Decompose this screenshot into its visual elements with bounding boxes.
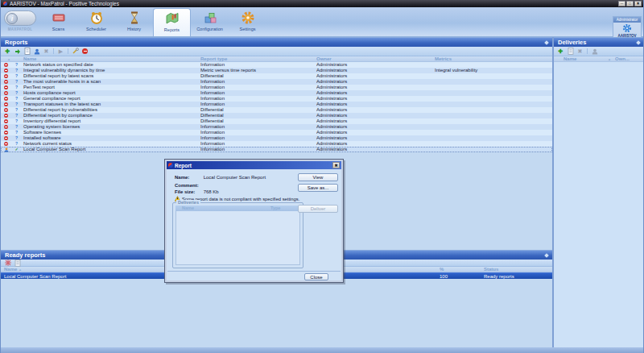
ready-report-properties-icon[interactable] xyxy=(14,260,21,267)
report-template-icon xyxy=(4,63,8,67)
column-name[interactable]: Name xyxy=(562,56,604,61)
stop-icon[interactable] xyxy=(81,48,89,55)
table-row[interactable]: ?General compliance reportInformationAdm… xyxy=(1,96,552,102)
column-owner[interactable]: Owner xyxy=(316,56,435,61)
report-template-icon xyxy=(4,102,8,106)
delete-ready-report-icon[interactable] xyxy=(4,260,11,267)
report-dialog-icon xyxy=(168,163,173,168)
table-row[interactable]: ?Transport statuses in the latest scanIn… xyxy=(1,102,552,107)
scheduler-icon xyxy=(89,10,104,25)
table-row[interactable]: ?Hosts compliance reportInformationAdmin… xyxy=(1,90,552,96)
tab-configuration[interactable]: Configuration xyxy=(191,7,229,36)
report-template-icon xyxy=(4,69,8,73)
tab-settings[interactable]: Settings xyxy=(229,7,266,36)
deliver-button[interactable]: Deliver xyxy=(298,205,338,213)
report-owner: Administrators xyxy=(316,130,435,135)
table-row[interactable]: ?Inventory differential reportDifferenti… xyxy=(1,118,552,124)
reports-toolbar: ✚ ✖ ▶ xyxy=(1,47,552,56)
sort-asc-icon: ▲ xyxy=(19,268,22,272)
table-row[interactable]: ?Differential report by vulnerabilitiesD… xyxy=(1,107,552,113)
table-row[interactable]: ?Integral vulnerability dynamics by time… xyxy=(1,68,552,73)
column-metrics[interactable]: Metrics xyxy=(435,56,552,61)
report-type: Information xyxy=(200,124,316,130)
report-name: Differential report by latest scans xyxy=(22,73,200,79)
report-type: Differential xyxy=(200,73,316,79)
group-title: Deliveries xyxy=(176,200,200,205)
app-window: AARISTOV - MaxPatrol - Positive Technolo… xyxy=(0,0,644,353)
table-row[interactable]: ?Installed softwareInformationAdministra… xyxy=(1,135,552,141)
tab-scans[interactable]: Scans xyxy=(39,7,77,36)
configuration-icon xyxy=(203,10,217,25)
question-icon: ? xyxy=(11,73,22,79)
report-template-icon xyxy=(4,114,8,118)
tab-label: Scans xyxy=(52,27,64,31)
report-type: Differential xyxy=(200,113,316,118)
column-owner[interactable]: Own... xyxy=(615,56,644,61)
window-title: AARISTOV - MaxPatrol - Positive Technolo… xyxy=(10,0,119,7)
minimize-icon[interactable]: ─ xyxy=(618,1,625,6)
delete-report-icon[interactable]: ✖ xyxy=(43,48,50,55)
tab-reports[interactable]: Reports xyxy=(153,8,191,36)
report-type: Information xyxy=(200,79,316,85)
deliveries-panel-header: Deliveries xyxy=(554,37,644,47)
table-row[interactable]: ?The most vulnerable hosts in a scanInfo… xyxy=(1,79,552,85)
column-status[interactable]: Status xyxy=(484,267,552,272)
table-row[interactable]: ?Operating system licensesInformationAdm… xyxy=(1,124,552,130)
pin-icon[interactable] xyxy=(544,40,549,45)
report-owner: Administrators xyxy=(316,90,435,96)
table-row[interactable]: ?PenTest reportInformationAdministrators xyxy=(1,85,552,90)
report-settings-icon[interactable] xyxy=(72,48,79,55)
report-owner: Administrators xyxy=(316,85,435,90)
report-owner: Administrators xyxy=(316,62,435,68)
report-owner: Administrators xyxy=(316,102,435,107)
report-template-icon xyxy=(4,125,8,129)
column-name[interactable]: Name xyxy=(22,56,200,61)
report-dialog: Report ✖ Name: Local Computer Scan Repor… xyxy=(164,159,344,283)
dialog-titlebar[interactable]: Report ✖ xyxy=(167,161,341,169)
column-type: Type xyxy=(270,206,300,211)
tab-history[interactable]: History xyxy=(115,7,153,36)
report-owner: Administrators xyxy=(316,141,435,147)
table-row[interactable]: ?Network status on specified dateInforma… xyxy=(1,62,552,68)
table-row[interactable]: ?Network current statusInformationAdmini… xyxy=(1,141,552,147)
tab-label: Settings xyxy=(240,27,256,31)
maximize-icon[interactable]: □ xyxy=(626,1,634,6)
scans-icon xyxy=(52,10,66,25)
generate-report-icon[interactable]: ▶ xyxy=(57,48,64,55)
table-row[interactable]: ?Differential report by complianceDiffer… xyxy=(1,113,552,118)
report-name: Operating system licenses xyxy=(22,124,200,130)
tab-label: History xyxy=(127,27,141,31)
delivery-owner-icon[interactable] xyxy=(591,48,598,55)
table-row[interactable]: ?Software licensesInformationAdministrat… xyxy=(1,130,552,135)
report-template-icon xyxy=(4,85,8,89)
add-from-template-icon[interactable] xyxy=(14,48,21,55)
deliveries-empty-list xyxy=(554,62,644,347)
pin-icon[interactable] xyxy=(544,253,549,258)
report-owner: Administrators xyxy=(316,79,435,85)
column-report-type[interactable]: Report type xyxy=(200,56,316,61)
close-button[interactable]: Close xyxy=(304,273,328,280)
pin-icon[interactable] xyxy=(636,40,641,45)
add-delivery-icon[interactable]: ✚ xyxy=(557,48,564,55)
column-percent[interactable]: % xyxy=(440,267,484,272)
table-row[interactable]: ✓Local Computer Scan ReportInformationAd… xyxy=(1,147,552,152)
sort-asc-icon[interactable]: ▲ xyxy=(1,56,22,61)
add-report-icon[interactable]: ✚ xyxy=(4,48,11,55)
column-name: Name xyxy=(182,206,270,211)
report-properties-icon[interactable] xyxy=(23,48,31,55)
view-button[interactable]: View xyxy=(298,173,338,181)
report-type: Information xyxy=(200,141,316,147)
dialog-close-icon[interactable]: ✖ xyxy=(332,162,340,168)
table-row[interactable]: ?Differential report by latest scansDiff… xyxy=(1,73,552,79)
app-icon xyxy=(3,2,7,6)
close-icon[interactable]: ✖ xyxy=(634,1,642,6)
delivery-properties-icon[interactable] xyxy=(567,48,574,55)
history-icon xyxy=(127,10,142,25)
report-owner: Administrators xyxy=(316,73,435,79)
delete-delivery-icon[interactable]: ✖ xyxy=(576,48,584,55)
report-metrics: Integral vulnerability xyxy=(435,68,552,73)
report-owner-icon[interactable] xyxy=(33,48,40,55)
save-as-button[interactable]: Save as... xyxy=(298,184,338,192)
report-type: Information xyxy=(200,62,316,68)
tab-scheduler[interactable]: Scheduler xyxy=(77,7,115,36)
